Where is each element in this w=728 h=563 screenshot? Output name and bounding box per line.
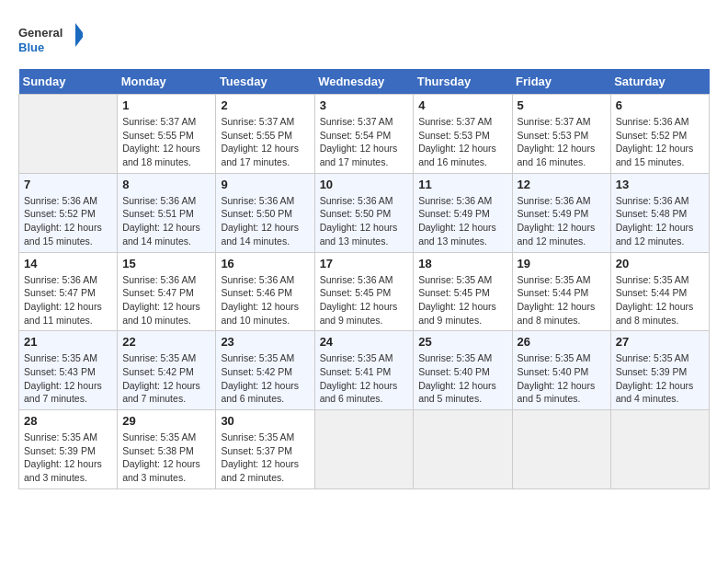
day-number: 13 xyxy=(616,178,704,191)
day-info: Sunrise: 5:36 AMSunset: 5:48 PMDaylight:… xyxy=(616,194,704,248)
day-info: Sunrise: 5:36 AMSunset: 5:52 PMDaylight:… xyxy=(24,194,112,248)
day-header-tuesday: Tuesday xyxy=(216,69,314,95)
day-info: Sunrise: 5:36 AMSunset: 5:47 PMDaylight:… xyxy=(122,273,210,327)
day-header-wednesday: Wednesday xyxy=(314,69,414,95)
calendar-cell: 7Sunrise: 5:36 AMSunset: 5:52 PMDaylight… xyxy=(19,173,118,252)
calendar-cell xyxy=(414,410,512,489)
day-number: 4 xyxy=(418,98,506,112)
day-number: 27 xyxy=(616,335,704,349)
day-number: 24 xyxy=(320,335,409,349)
day-number: 8 xyxy=(122,178,210,191)
calendar-cell: 13Sunrise: 5:36 AMSunset: 5:48 PMDayligh… xyxy=(610,173,709,252)
day-number: 3 xyxy=(320,98,409,112)
day-info: Sunrise: 5:37 AMSunset: 5:55 PMDaylight:… xyxy=(221,115,309,169)
calendar-cell: 11Sunrise: 5:36 AMSunset: 5:49 PMDayligh… xyxy=(414,173,512,252)
day-info: Sunrise: 5:37 AMSunset: 5:54 PMDaylight:… xyxy=(320,115,409,169)
day-header-saturday: Saturday xyxy=(610,69,709,95)
day-info: Sunrise: 5:35 AMSunset: 5:42 PMDaylight:… xyxy=(122,351,210,406)
calendar-cell: 12Sunrise: 5:36 AMSunset: 5:49 PMDayligh… xyxy=(512,173,610,252)
day-number: 12 xyxy=(518,178,606,191)
calendar-cell: 3Sunrise: 5:37 AMSunset: 5:54 PMDaylight… xyxy=(314,95,414,174)
day-number: 25 xyxy=(418,335,506,349)
page-header: General Blue xyxy=(18,18,710,60)
day-info: Sunrise: 5:35 AMSunset: 5:39 PMDaylight:… xyxy=(616,351,704,406)
day-info: Sunrise: 5:35 AMSunset: 5:37 PMDaylight:… xyxy=(221,431,309,485)
calendar-cell: 24Sunrise: 5:35 AMSunset: 5:41 PMDayligh… xyxy=(314,331,414,410)
week-row-1: 1Sunrise: 5:37 AMSunset: 5:55 PMDaylight… xyxy=(19,95,710,174)
calendar-cell: 18Sunrise: 5:35 AMSunset: 5:45 PMDayligh… xyxy=(414,252,512,331)
day-number: 22 xyxy=(122,335,210,349)
week-row-3: 14Sunrise: 5:36 AMSunset: 5:47 PMDayligh… xyxy=(19,252,710,331)
day-info: Sunrise: 5:36 AMSunset: 5:45 PMDaylight:… xyxy=(320,273,409,327)
logo: General Blue xyxy=(18,18,83,60)
day-info: Sunrise: 5:35 AMSunset: 5:40 PMDaylight:… xyxy=(418,351,506,406)
svg-marker-2 xyxy=(75,23,83,47)
calendar-cell: 16Sunrise: 5:36 AMSunset: 5:46 PMDayligh… xyxy=(216,252,314,331)
day-info: Sunrise: 5:36 AMSunset: 5:52 PMDaylight:… xyxy=(616,115,704,169)
day-number: 16 xyxy=(221,257,309,270)
day-number: 29 xyxy=(122,414,210,428)
day-header-monday: Monday xyxy=(118,69,216,95)
calendar-table: SundayMondayTuesdayWednesdayThursdayFrid… xyxy=(18,69,710,489)
calendar-cell: 5Sunrise: 5:37 AMSunset: 5:53 PMDaylight… xyxy=(512,95,610,174)
day-info: Sunrise: 5:35 AMSunset: 5:39 PMDaylight:… xyxy=(24,431,112,485)
day-header-thursday: Thursday xyxy=(414,69,512,95)
calendar-cell: 10Sunrise: 5:36 AMSunset: 5:50 PMDayligh… xyxy=(314,173,414,252)
calendar-cell: 27Sunrise: 5:35 AMSunset: 5:39 PMDayligh… xyxy=(610,331,709,410)
calendar-cell xyxy=(610,410,709,489)
calendar-cell: 15Sunrise: 5:36 AMSunset: 5:47 PMDayligh… xyxy=(118,252,216,331)
day-info: Sunrise: 5:35 AMSunset: 5:44 PMDaylight:… xyxy=(616,273,704,327)
day-number: 2 xyxy=(221,98,309,112)
calendar-cell: 30Sunrise: 5:35 AMSunset: 5:37 PMDayligh… xyxy=(216,410,314,489)
day-number: 11 xyxy=(418,178,506,191)
day-number: 30 xyxy=(221,414,309,428)
calendar-cell: 21Sunrise: 5:35 AMSunset: 5:43 PMDayligh… xyxy=(19,331,118,410)
day-number: 1 xyxy=(122,98,210,112)
day-number: 23 xyxy=(221,335,309,349)
day-info: Sunrise: 5:35 AMSunset: 5:42 PMDaylight:… xyxy=(221,351,309,406)
day-number: 19 xyxy=(518,257,606,270)
calendar-cell: 25Sunrise: 5:35 AMSunset: 5:40 PMDayligh… xyxy=(414,331,512,410)
calendar-cell: 23Sunrise: 5:35 AMSunset: 5:42 PMDayligh… xyxy=(216,331,314,410)
logo-svg: General Blue xyxy=(18,18,83,60)
calendar-cell xyxy=(314,410,414,489)
day-info: Sunrise: 5:37 AMSunset: 5:55 PMDaylight:… xyxy=(122,115,210,169)
calendar-cell: 14Sunrise: 5:36 AMSunset: 5:47 PMDayligh… xyxy=(19,252,118,331)
day-info: Sunrise: 5:35 AMSunset: 5:41 PMDaylight:… xyxy=(320,351,409,406)
day-info: Sunrise: 5:35 AMSunset: 5:40 PMDaylight:… xyxy=(518,351,606,406)
day-info: Sunrise: 5:36 AMSunset: 5:49 PMDaylight:… xyxy=(418,194,506,248)
day-number: 10 xyxy=(320,178,409,191)
calendar-cell: 9Sunrise: 5:36 AMSunset: 5:50 PMDaylight… xyxy=(216,173,314,252)
day-info: Sunrise: 5:35 AMSunset: 5:44 PMDaylight:… xyxy=(518,273,606,327)
day-info: Sunrise: 5:36 AMSunset: 5:51 PMDaylight:… xyxy=(122,194,210,248)
day-number: 7 xyxy=(24,178,112,191)
day-info: Sunrise: 5:37 AMSunset: 5:53 PMDaylight:… xyxy=(418,115,506,169)
week-row-5: 28Sunrise: 5:35 AMSunset: 5:39 PMDayligh… xyxy=(19,410,710,489)
day-info: Sunrise: 5:36 AMSunset: 5:50 PMDaylight:… xyxy=(221,194,309,248)
calendar-cell: 26Sunrise: 5:35 AMSunset: 5:40 PMDayligh… xyxy=(512,331,610,410)
day-number: 20 xyxy=(616,257,704,270)
day-info: Sunrise: 5:35 AMSunset: 5:38 PMDaylight:… xyxy=(122,431,210,485)
day-info: Sunrise: 5:35 AMSunset: 5:45 PMDaylight:… xyxy=(418,273,506,327)
day-info: Sunrise: 5:36 AMSunset: 5:47 PMDaylight:… xyxy=(24,273,112,327)
calendar-cell: 17Sunrise: 5:36 AMSunset: 5:45 PMDayligh… xyxy=(314,252,414,331)
calendar-cell: 4Sunrise: 5:37 AMSunset: 5:53 PMDaylight… xyxy=(414,95,512,174)
day-number: 18 xyxy=(418,257,506,270)
day-number: 5 xyxy=(518,98,606,112)
week-row-4: 21Sunrise: 5:35 AMSunset: 5:43 PMDayligh… xyxy=(19,331,710,410)
day-info: Sunrise: 5:35 AMSunset: 5:43 PMDaylight:… xyxy=(24,351,112,406)
day-header-sunday: Sunday xyxy=(19,69,118,95)
day-number: 15 xyxy=(122,257,210,270)
calendar-cell xyxy=(19,95,118,174)
day-number: 14 xyxy=(24,257,112,270)
day-number: 26 xyxy=(518,335,606,349)
day-number: 28 xyxy=(24,414,112,428)
calendar-cell: 28Sunrise: 5:35 AMSunset: 5:39 PMDayligh… xyxy=(19,410,118,489)
day-info: Sunrise: 5:36 AMSunset: 5:50 PMDaylight:… xyxy=(320,194,409,248)
day-number: 21 xyxy=(24,335,112,349)
week-row-2: 7Sunrise: 5:36 AMSunset: 5:52 PMDaylight… xyxy=(19,173,710,252)
calendar-cell: 29Sunrise: 5:35 AMSunset: 5:38 PMDayligh… xyxy=(118,410,216,489)
day-info: Sunrise: 5:37 AMSunset: 5:53 PMDaylight:… xyxy=(518,115,606,169)
day-info: Sunrise: 5:36 AMSunset: 5:49 PMDaylight:… xyxy=(518,194,606,248)
calendar-cell: 2Sunrise: 5:37 AMSunset: 5:55 PMDaylight… xyxy=(216,95,314,174)
